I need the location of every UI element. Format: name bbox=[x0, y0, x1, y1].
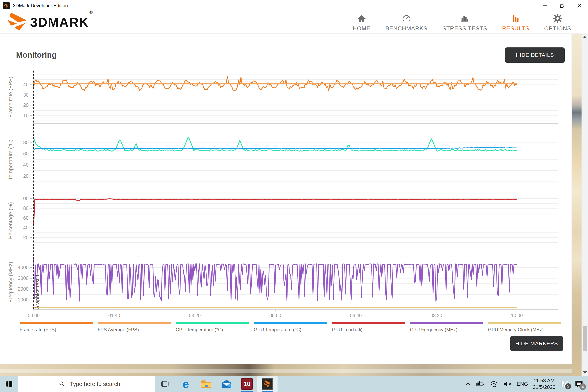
legend-label: GPU Temperature (°C) bbox=[254, 327, 327, 332]
nav-item-results[interactable]: RESULTS bbox=[502, 13, 530, 32]
taskbar: Type here to search e 10 bbox=[0, 376, 588, 392]
3dmark-taskbar-icon bbox=[262, 378, 273, 390]
vertical-scrollbar[interactable] bbox=[582, 34, 588, 376]
x-tick-label: 05:00 bbox=[269, 313, 281, 318]
y-tick-mark bbox=[30, 95, 32, 95]
wifi-button[interactable] bbox=[487, 376, 500, 392]
close-icon bbox=[577, 3, 582, 8]
legend-color-bar bbox=[254, 322, 327, 324]
wifi-icon bbox=[489, 381, 498, 387]
action-center-button[interactable]: 4 bbox=[572, 376, 586, 392]
series-cpu-frequency-mhz bbox=[34, 259, 517, 301]
x-tick-mark bbox=[195, 310, 195, 312]
y-tick-label: 1000 bbox=[14, 297, 28, 302]
legend-color-bar bbox=[488, 322, 561, 324]
legend-item-fps-average-fps[interactable]: FPS Average (FPS) bbox=[98, 322, 171, 332]
y-axis-label: Frequency (MHz) bbox=[7, 255, 14, 310]
y-tick-label: 3000 bbox=[14, 276, 28, 281]
y-tick-mark bbox=[30, 84, 32, 85]
x-tick-mark bbox=[275, 310, 276, 312]
app-10-icon: 10 bbox=[241, 378, 253, 390]
y-tick-mark bbox=[30, 105, 32, 106]
legend-item-gpu-temperature-c[interactable]: GPU Temperature (°C) bbox=[254, 322, 327, 332]
page-title: Monitoring bbox=[16, 50, 57, 60]
brand-text: 3DMARK® bbox=[30, 15, 93, 30]
nav-item-stress-tests[interactable]: STRESS TESTS bbox=[442, 13, 487, 32]
start-button[interactable] bbox=[0, 376, 18, 392]
y-tick-label: 80 bbox=[14, 206, 28, 211]
legend-item-cpu-frequency-mhz[interactable]: CPU Frequency (MHz) bbox=[410, 322, 483, 332]
nav-item-options[interactable]: OPTIONS bbox=[544, 13, 571, 32]
legend-item-frame-rate-fps[interactable]: Frame rate (FPS) bbox=[20, 322, 93, 332]
graphics-test-marker-label: Graphics test 1 bbox=[34, 259, 42, 310]
chart-series-svg bbox=[33, 133, 558, 186]
nav-item-label: BENCHMARKS bbox=[385, 25, 428, 32]
y-tick-label: 80 bbox=[14, 140, 28, 146]
3dmark-swoosh-icon bbox=[7, 12, 28, 32]
minimize-button[interactable] bbox=[536, 0, 554, 11]
series-gpu-load bbox=[34, 199, 517, 224]
monitoring-panel: Monitoring HIDE DETAILS Frame rate (FPS)… bbox=[0, 34, 572, 364]
y-tick-mark bbox=[30, 208, 32, 208]
y-tick-label: 60 bbox=[14, 215, 28, 221]
y-axis-label: Percentage (%) bbox=[7, 194, 14, 247]
chart-series-svg bbox=[33, 255, 558, 310]
title-bar: 3DMark Developer Edition bbox=[0, 0, 588, 11]
app-10-button[interactable]: 10 bbox=[237, 376, 257, 392]
3dmark-taskbar-button[interactable] bbox=[257, 376, 278, 392]
y-tick-label: 10 bbox=[14, 113, 28, 118]
y-tick-mark bbox=[30, 165, 32, 165]
x-tick-mark bbox=[436, 310, 436, 312]
graphics-test-marker-line bbox=[33, 70, 34, 310]
battery-button[interactable] bbox=[473, 376, 487, 392]
tray-badge: 2 bbox=[565, 384, 571, 389]
legend-item-gpu-load[interactable]: GPU Load (%) bbox=[332, 322, 405, 332]
scroll-up-button[interactable] bbox=[582, 34, 588, 40]
hide-details-button[interactable]: HIDE DETAILS bbox=[505, 48, 565, 63]
volume-button[interactable] bbox=[500, 376, 514, 392]
y-tick-label: 40 bbox=[14, 82, 28, 88]
legend-item-gpu-memory-clock-mhz[interactable]: GPU Memory Clock (MHz) bbox=[488, 322, 561, 332]
file-explorer-button[interactable] bbox=[196, 376, 216, 392]
windows-logo-icon bbox=[6, 381, 12, 387]
restore-button[interactable] bbox=[554, 0, 571, 11]
tray-expand-button[interactable] bbox=[463, 376, 473, 392]
nav-item-benchmarks[interactable]: BENCHMARKS bbox=[385, 13, 428, 32]
legend-label: GPU Memory Clock (MHz) bbox=[488, 327, 561, 332]
tray-app-m-button[interactable]: M 2 bbox=[558, 376, 572, 392]
language-button[interactable]: ENG bbox=[514, 376, 530, 392]
y-tick-label: 40 bbox=[14, 162, 28, 168]
mail-button[interactable] bbox=[216, 376, 237, 392]
series-gpu-temperature-c bbox=[34, 147, 517, 150]
y-tick-mark bbox=[30, 267, 32, 268]
nav-item-home[interactable]: HOME bbox=[352, 13, 370, 32]
y-tick-mark bbox=[30, 300, 32, 300]
results-icon bbox=[511, 13, 520, 23]
scroll-up-icon bbox=[583, 36, 587, 38]
y-axis-label: Temperature (°C) bbox=[7, 133, 14, 186]
clock-button[interactable]: 11:53 AM 31/5/2020 bbox=[530, 376, 558, 392]
x-tick-mark bbox=[114, 310, 114, 312]
scroll-down-icon bbox=[583, 372, 587, 374]
scroll-down-button[interactable] bbox=[582, 369, 588, 376]
y-tick-mark bbox=[30, 237, 32, 238]
legend-label: FPS Average (FPS) bbox=[98, 327, 171, 332]
close-button[interactable] bbox=[571, 0, 588, 11]
chart-temperature-c: Temperature (°C)80604020 bbox=[0, 133, 572, 186]
legend-item-cpu-temperature-c[interactable]: CPU Temperature (°C) bbox=[176, 322, 249, 332]
legend-label: Frame rate (FPS) bbox=[20, 327, 93, 332]
hide-markers-button[interactable]: HIDE MARKERS bbox=[510, 336, 563, 351]
running-indicator bbox=[262, 391, 273, 392]
y-tick-mark bbox=[30, 176, 32, 176]
task-view-button[interactable] bbox=[155, 376, 176, 392]
y-tick-mark bbox=[30, 198, 32, 199]
y-tick-mark bbox=[30, 289, 32, 289]
benchmarks-icon bbox=[402, 13, 411, 23]
search-input[interactable]: Type here to search bbox=[18, 376, 155, 392]
scrollbar-thumb[interactable] bbox=[583, 326, 587, 351]
nav-bar: 3DMARK® HOMEBENCHMARKSSTRESS TESTSRESULT… bbox=[0, 11, 588, 34]
edge-button[interactable]: e bbox=[176, 376, 196, 392]
window-controls bbox=[536, 0, 588, 11]
registered-mark: ® bbox=[90, 10, 93, 15]
legend-color-bar bbox=[176, 322, 249, 324]
